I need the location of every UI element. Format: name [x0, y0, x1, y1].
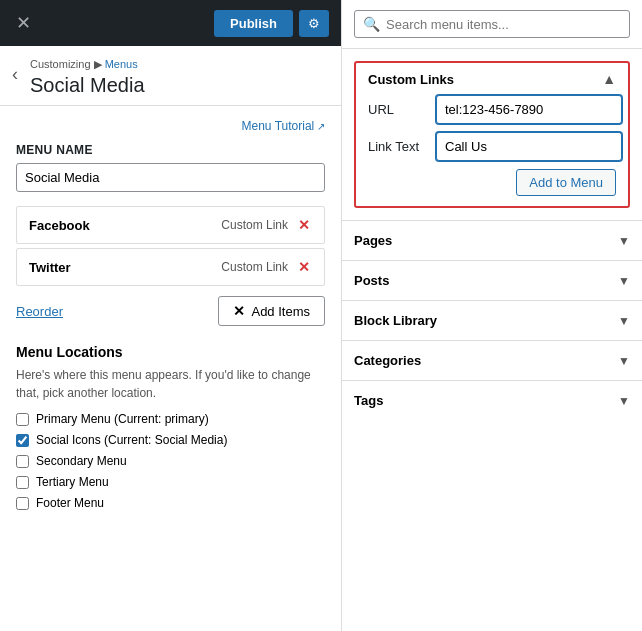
tertiary-menu-checkbox[interactable] [16, 476, 29, 489]
accordion-pages-label: Pages [354, 233, 392, 248]
checkbox-item: Footer Menu [16, 496, 325, 510]
footer-menu-checkbox[interactable] [16, 497, 29, 510]
breadcrumb-content: Customizing ▶ Menus Social Media [30, 58, 329, 97]
menu-items-list: Facebook Custom Link ✕ Twitter Custom Li… [16, 206, 325, 286]
custom-links-title: Custom Links [368, 72, 454, 87]
url-label: URL [368, 102, 428, 117]
accordion-categories-header[interactable]: Categories ▼ [342, 341, 642, 380]
collapse-icon[interactable]: ▲ [602, 71, 616, 87]
link-text-input[interactable] [436, 132, 622, 161]
reorder-button[interactable]: Reorder [16, 304, 63, 319]
url-input[interactable] [436, 95, 622, 124]
social-icons-label: Social Icons (Current: Social Media) [36, 433, 227, 447]
menu-tutorial-section: Menu Tutorial [16, 118, 325, 133]
search-input-wrap: 🔍 [354, 10, 630, 38]
menu-locations-section: Menu Locations Here's where this menu ap… [16, 344, 325, 510]
accordion-pages: Pages ▼ [342, 220, 642, 260]
checkbox-item: Secondary Menu [16, 454, 325, 468]
menu-locations-title: Menu Locations [16, 344, 325, 360]
accordion-posts-header[interactable]: Posts ▼ [342, 261, 642, 300]
link-text-label: Link Text [368, 139, 428, 154]
left-panel: ✕ Publish ⚙ ‹ Customizing ▶ Menus Social… [0, 0, 342, 631]
menu-item-delete-button[interactable]: ✕ [296, 259, 312, 275]
menu-actions: Reorder ✕ Add Items [16, 296, 325, 326]
chevron-down-icon: ▼ [618, 394, 630, 408]
publish-button[interactable]: Publish [214, 10, 293, 37]
secondary-menu-label: Secondary Menu [36, 454, 127, 468]
add-to-menu-button[interactable]: Add to Menu [516, 169, 616, 196]
search-bar: 🔍 [342, 0, 642, 49]
breadcrumb-prefix: Customizing [30, 58, 91, 70]
primary-menu-checkbox[interactable] [16, 413, 29, 426]
breadcrumb: Customizing ▶ Menus [30, 58, 329, 71]
content-area: Menu Tutorial Menu Name Facebook Custom … [0, 106, 341, 631]
gear-icon: ⚙ [308, 16, 320, 31]
close-button[interactable]: ✕ [12, 10, 35, 36]
menu-item-delete-button[interactable]: ✕ [296, 217, 312, 233]
page-title: Social Media [30, 74, 329, 97]
chevron-down-icon: ▼ [618, 274, 630, 288]
checkbox-item: Social Icons (Current: Social Media) [16, 433, 325, 447]
accordion-block-library-header[interactable]: Block Library ▼ [342, 301, 642, 340]
table-row: Facebook Custom Link ✕ [16, 206, 325, 244]
checkbox-item: Primary Menu (Current: primary) [16, 412, 325, 426]
top-bar-actions: Publish ⚙ [214, 10, 329, 37]
add-items-button[interactable]: ✕ Add Items [218, 296, 325, 326]
secondary-menu-checkbox[interactable] [16, 455, 29, 468]
right-panel: 🔍 Custom Links ▲ URL Link Text Add to Me… [342, 0, 642, 631]
menu-tutorial-link[interactable]: Menu Tutorial [242, 119, 325, 133]
menu-item-label: Facebook [29, 218, 90, 233]
accordion-pages-header[interactable]: Pages ▼ [342, 221, 642, 260]
accordion-tags-label: Tags [354, 393, 383, 408]
breadcrumb-separator: ▶ [94, 58, 105, 70]
custom-links-header: Custom Links ▲ [356, 63, 628, 95]
menu-name-input[interactable] [16, 163, 325, 192]
chevron-down-icon: ▼ [618, 314, 630, 328]
accordion-tags: Tags ▼ [342, 380, 642, 420]
accordion-block-library: Block Library ▼ [342, 300, 642, 340]
menu-item-label: Twitter [29, 260, 71, 275]
add-items-label: Add Items [251, 304, 310, 319]
table-row: Twitter Custom Link ✕ [16, 248, 325, 286]
back-button[interactable]: ‹ [0, 60, 30, 89]
search-input[interactable] [386, 17, 621, 32]
primary-menu-label: Primary Menu (Current: primary) [36, 412, 209, 426]
breadcrumb-section: ‹ Customizing ▶ Menus Social Media [0, 46, 341, 106]
menu-item-right: Custom Link ✕ [221, 259, 312, 275]
accordion-posts-label: Posts [354, 273, 389, 288]
chevron-down-icon: ▼ [618, 354, 630, 368]
accordion-tags-header[interactable]: Tags ▼ [342, 381, 642, 420]
menu-item-type: Custom Link [221, 218, 288, 232]
chevron-down-icon: ▼ [618, 234, 630, 248]
menu-item-type: Custom Link [221, 260, 288, 274]
menu-locations-description: Here's where this menu appears. If you'd… [16, 366, 325, 402]
checkbox-item: Tertiary Menu [16, 475, 325, 489]
accordion-block-library-label: Block Library [354, 313, 437, 328]
accordion-categories-label: Categories [354, 353, 421, 368]
breadcrumb-link[interactable]: Menus [105, 58, 138, 70]
search-icon: 🔍 [363, 16, 380, 32]
url-field-row: URL [368, 95, 616, 124]
menu-item-right: Custom Link ✕ [221, 217, 312, 233]
gear-button[interactable]: ⚙ [299, 10, 329, 37]
accordion-categories: Categories ▼ [342, 340, 642, 380]
top-bar: ✕ Publish ⚙ [0, 0, 341, 46]
footer-menu-label: Footer Menu [36, 496, 104, 510]
x-icon: ✕ [233, 303, 245, 319]
tertiary-menu-label: Tertiary Menu [36, 475, 109, 489]
social-icons-checkbox[interactable] [16, 434, 29, 447]
custom-links-body: URL Link Text Add to Menu [356, 95, 628, 206]
menu-name-label: Menu Name [16, 143, 325, 157]
custom-links-section: Custom Links ▲ URL Link Text Add to Menu [354, 61, 630, 208]
link-text-field-row: Link Text [368, 132, 616, 161]
accordion-posts: Posts ▼ [342, 260, 642, 300]
